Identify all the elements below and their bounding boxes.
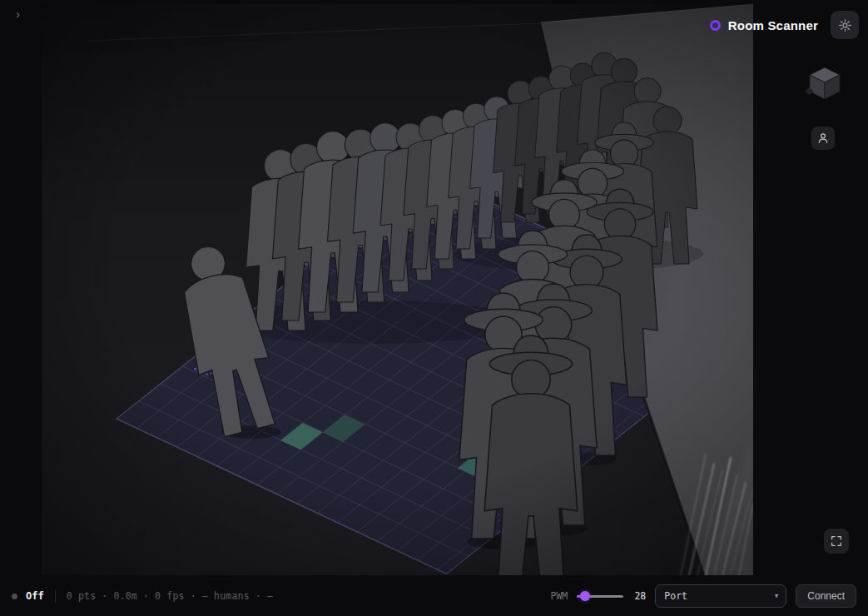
pwm-value: 28	[632, 590, 646, 602]
stat-separator: ·	[191, 590, 196, 602]
gear-icon	[838, 18, 852, 32]
settings-button[interactable]	[831, 11, 859, 39]
header: Room Scanner	[710, 11, 859, 39]
scene-stats: 0 pts · 0.0m · 0 fps · — humans · —	[67, 590, 273, 602]
stat-humans: — humans	[202, 590, 250, 602]
connect-button[interactable]: Connect	[796, 584, 856, 608]
person-icon	[816, 132, 830, 145]
divider	[55, 590, 56, 603]
stat-points: 0 pts	[67, 590, 97, 602]
fullscreen-icon	[830, 534, 843, 548]
stat-mode: —	[267, 590, 273, 602]
scene-render	[42, 4, 753, 575]
stat-separator: ·	[102, 590, 107, 602]
stat-distance: 0.0m	[113, 590, 137, 602]
person-tool-button[interactable]	[811, 127, 835, 150]
stat-fps: 0 fps	[155, 590, 185, 602]
pwm-slider[interactable]	[577, 590, 623, 602]
view-cube-gizmo[interactable]	[804, 62, 846, 104]
stat-separator: ·	[143, 590, 149, 602]
statusbar: Off 0 pts · 0.0m · 0 fps · — humans · — …	[0, 576, 868, 616]
view-cube-icon	[804, 62, 846, 104]
connection-status-dot	[710, 20, 721, 31]
page-title: Room Scanner	[728, 18, 818, 32]
pwm-label: PWM	[551, 590, 568, 602]
power-status-label: Off	[26, 590, 44, 602]
pwm-slider-thumb[interactable]	[580, 591, 590, 601]
fullscreen-button[interactable]	[824, 529, 849, 554]
power-indicator-dot	[12, 594, 17, 599]
port-select[interactable]: Port	[655, 584, 786, 608]
stat-separator: ·	[255, 590, 261, 602]
sidebar-toggle[interactable]: ›	[16, 7, 20, 21]
port-select-wrap: Port ▾	[655, 584, 786, 608]
scene-viewport[interactable]	[42, 4, 753, 575]
